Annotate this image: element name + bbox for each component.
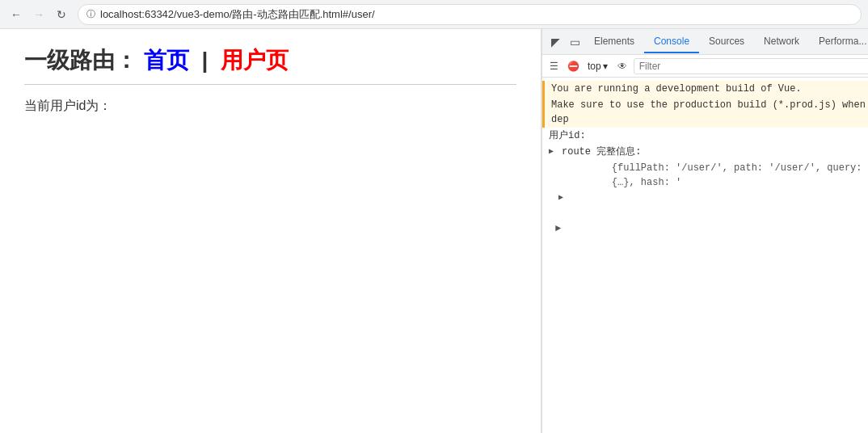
expand-arrow-5[interactable]: ▶ — [558, 193, 563, 202]
top-selector[interactable]: top ▾ — [584, 59, 611, 74]
console-line-4: ▶ route 完整信息: — [542, 144, 868, 160]
devtools-device-button[interactable]: ▭ — [565, 32, 584, 52]
console-line-5: ▶ {fullPath: '/user/', path: '/user/', q… — [542, 160, 868, 221]
nav-buttons: ← → ↻ — [6, 5, 71, 24]
console-text-2: Make sure to use the production build (*… — [551, 98, 868, 127]
user-link[interactable]: 用户页 — [221, 48, 289, 73]
user-id-label: 当前用户id为： — [24, 98, 516, 115]
console-line-2: Make sure to use the production build (*… — [542, 97, 868, 128]
console-toolbar: ☰ ⛔ top ▾ 👁 — [542, 55, 868, 78]
address-bar[interactable]: ⓘ localhost:63342/vue3-demo/路由-动态路由匹配.ht… — [78, 4, 862, 25]
tab-network[interactable]: Network — [754, 31, 809, 53]
expand-indent-5: ▶ — [558, 161, 612, 220]
url-text: localhost:63342/vue3-demo/路由-动态路由匹配.html… — [100, 7, 853, 22]
console-text-5[interactable]: {fullPath: '/user/', path: '/user/', que… — [612, 161, 868, 190]
filter-input[interactable] — [634, 58, 868, 74]
home-link[interactable]: 首页 — [144, 48, 189, 73]
console-text-4: route 完整信息: — [562, 145, 641, 159]
console-line-6: ► — [542, 221, 868, 237]
devtools-panel: ◤ ▭ Elements Console Sources Network Per… — [541, 29, 868, 433]
console-caret-6[interactable]: ► — [555, 221, 561, 236]
tab-sources[interactable]: Sources — [699, 31, 754, 53]
page-content: 一级路由： 首页 | 用户页 当前用户id为： — [0, 29, 541, 433]
tab-elements[interactable]: Elements — [584, 31, 644, 53]
top-label: top — [588, 61, 601, 72]
title-label: 一级路由： — [24, 48, 137, 73]
back-button[interactable]: ← — [6, 5, 26, 24]
devtools-inspect-button[interactable]: ◤ — [546, 32, 565, 52]
console-line-3: 用户id: — [542, 128, 868, 144]
top-dropdown-icon: ▾ — [603, 61, 608, 72]
console-text-1: You are running a development build of V… — [551, 82, 802, 96]
tab-console[interactable]: Console — [644, 31, 699, 53]
page-title: 一级路由： 首页 | 用户页 — [24, 45, 516, 76]
content-divider — [24, 84, 516, 85]
forward-button[interactable]: → — [29, 5, 48, 24]
title-separator: | — [202, 48, 209, 73]
info-icon: ⓘ — [86, 8, 95, 20]
reload-button[interactable]: ↻ — [52, 5, 71, 24]
browser-chrome: ← → ↻ ⓘ localhost:63342/vue3-demo/路由-动态路… — [0, 0, 868, 29]
console-sidebar-button[interactable]: ☰ — [546, 58, 562, 74]
console-clear-button[interactable]: ⛔ — [565, 58, 581, 74]
console-eye-button[interactable]: 👁 — [614, 58, 630, 74]
devtools-tabs: ◤ ▭ Elements Console Sources Network Per… — [542, 29, 868, 55]
main-layout: 一级路由： 首页 | 用户页 当前用户id为： ◤ ▭ Elements Con… — [0, 29, 868, 433]
console-output: You are running a development build of V… — [542, 78, 868, 433]
tab-performance[interactable]: Performa... — [809, 31, 868, 53]
console-line-1: You are running a development build of V… — [542, 81, 868, 97]
expand-arrow-4[interactable]: ▶ — [549, 145, 558, 159]
console-text-3: 用户id: — [549, 128, 586, 143]
